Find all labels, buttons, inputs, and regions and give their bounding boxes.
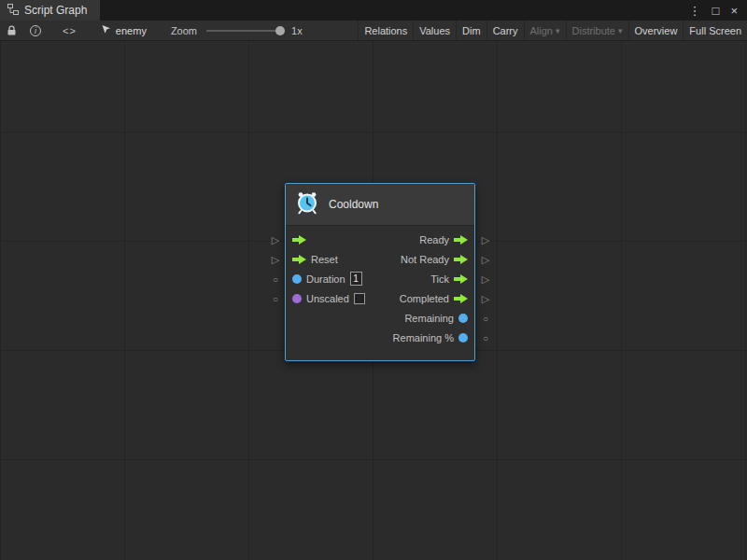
graph-canvas[interactable]: Cooldown Ready [0, 41, 747, 560]
lock-icon[interactable] [0, 21, 23, 40]
flow-arrow-icon [454, 235, 468, 245]
duration-value-field[interactable]: 1 [350, 272, 362, 286]
outer-ports-left: ▷ ▷ ○ ○ [269, 231, 282, 309]
port-row: Unscaled Completed [286, 288, 474, 308]
script-graph-window: Script Graph ⋮ □ × i <> enemy [0, 0, 747, 560]
port-output-remaining-percent[interactable]: Remaining % [393, 332, 468, 343]
cooldown-node[interactable]: Cooldown Ready [285, 183, 475, 361]
unscaled-checkbox[interactable] [354, 293, 365, 304]
flow-port-outline-icon[interactable]: ▷ [479, 231, 492, 250]
flow-arrow-icon [454, 274, 468, 284]
port-row: Remaining [286, 308, 474, 328]
value-port-outline-icon[interactable]: ○ [269, 270, 282, 289]
node-header[interactable]: Cooldown [286, 184, 474, 226]
menu-icon[interactable]: ⋮ [689, 5, 701, 17]
flow-port-outline-icon[interactable]: ▷ [479, 270, 492, 289]
tab-label: Script Graph [24, 4, 87, 17]
titlebar: Script Graph ⋮ □ × [0, 0, 747, 21]
bool-dot-icon [292, 294, 302, 303]
info-icon[interactable]: i [23, 21, 48, 40]
flow-arrow-icon [292, 255, 306, 264]
value-port-outline-icon[interactable]: ○ [479, 329, 492, 348]
value-port-outline-icon[interactable]: ○ [269, 289, 282, 309]
port-input-enter[interactable] [292, 235, 306, 245]
maximize-icon[interactable]: □ [712, 5, 720, 17]
port-row: Duration 1 Tick [286, 269, 474, 288]
port-output-not-ready[interactable]: Not Ready [401, 254, 468, 265]
flow-port-outline-icon[interactable]: ▷ [479, 289, 492, 309]
zoom-slider[interactable] [206, 25, 285, 36]
flow-port-outline-icon[interactable]: ▷ [269, 231, 282, 250]
port-output-ready[interactable]: Ready [419, 234, 468, 245]
values-button[interactable]: Values [413, 21, 456, 40]
code-icon[interactable]: <> [63, 25, 77, 36]
port-output-tick[interactable]: Tick [430, 273, 468, 285]
distribute-button[interactable]: Distribute▾ [566, 21, 628, 40]
chevron-down-icon: ▾ [556, 26, 560, 35]
outer-ports-right: ▷ ▷ ▷ ▷ ○ ○ [479, 231, 492, 348]
alarm-clock-icon [295, 190, 319, 218]
port-row: Remaining % [286, 328, 474, 347]
tab-script-graph[interactable]: Script Graph [0, 0, 100, 21]
flow-arrow-icon [454, 294, 468, 303]
flow-arrow-icon [454, 255, 468, 264]
flow-port-outline-icon[interactable]: ▷ [269, 250, 282, 270]
overview-button[interactable]: Overview [628, 21, 684, 40]
port-output-completed[interactable]: Completed [400, 293, 468, 304]
port-input-duration[interactable]: Duration 1 [292, 272, 362, 286]
port-row: Reset Not Ready [286, 249, 474, 269]
close-icon[interactable]: × [730, 5, 738, 17]
float-dot-icon [292, 274, 302, 284]
script-graph-icon [7, 4, 19, 18]
port-output-remaining[interactable]: Remaining [404, 313, 468, 324]
zoom-slider-track [206, 30, 285, 32]
value-port-outline-icon[interactable]: ○ [479, 309, 492, 329]
graph-name: enemy [116, 25, 147, 36]
window-controls: ⋮ □ × [689, 0, 747, 21]
zoom-value: 1x [291, 25, 303, 36]
float-dot-icon [458, 314, 468, 323]
node-body: Ready Reset Not Ready [286, 226, 474, 360]
zoom-label: Zoom [171, 25, 197, 36]
toolbar-buttons: Relations Values Dim Carry Align▾ Distri… [358, 21, 747, 40]
node-title: Cooldown [329, 198, 378, 211]
pointer-icon [101, 24, 111, 36]
relations-button[interactable]: Relations [358, 21, 413, 40]
chevron-down-icon: ▾ [618, 26, 623, 35]
dim-button[interactable]: Dim [456, 21, 486, 40]
align-button[interactable]: Align▾ [524, 21, 566, 40]
flow-port-outline-icon[interactable]: ▷ [479, 250, 492, 270]
float-dot-icon [458, 333, 468, 343]
toolbar: i <> enemy Zoom 1x Relations Values Dim … [0, 21, 747, 41]
flow-arrow-icon [292, 235, 306, 245]
port-input-reset[interactable]: Reset [292, 254, 338, 265]
zoom-slider-handle[interactable] [275, 26, 285, 35]
full-screen-button[interactable]: Full Screen [683, 21, 747, 40]
carry-button[interactable]: Carry [486, 21, 524, 40]
port-input-unscaled[interactable]: Unscaled [292, 293, 365, 304]
graph-breadcrumb[interactable]: enemy [101, 24, 147, 36]
port-row: Ready [286, 230, 474, 249]
